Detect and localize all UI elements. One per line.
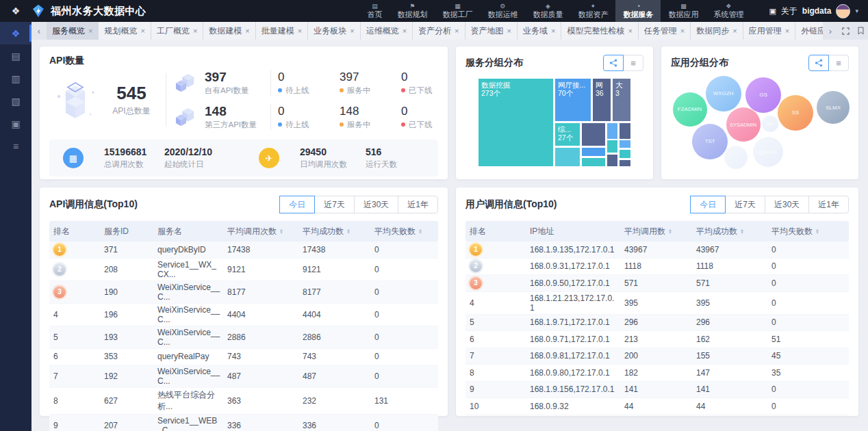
topnav-item[interactable]: ◔ 数据服务 — [615, 0, 661, 22]
column-header[interactable]: 服务ID ▲▼ — [100, 226, 153, 237]
tab-close-icon[interactable]: × — [298, 27, 302, 35]
treemap-block[interactable]: 大 3 — [612, 78, 631, 122]
username[interactable]: bigdata — [802, 6, 832, 16]
bubble[interactable]: TST — [692, 124, 728, 159]
tab-close-icon[interactable]: × — [628, 27, 632, 35]
treemap-block[interactable] — [581, 122, 606, 146]
sort-icon[interactable]: ▲▼ — [668, 228, 672, 235]
treemap-block[interactable] — [619, 140, 631, 148]
tab-close-icon[interactable]: × — [732, 27, 737, 35]
about-link[interactable]: 关于 — [781, 5, 797, 17]
column-header[interactable]: 平均失败数 ▲▼ — [767, 226, 849, 237]
treemap-block[interactable] — [581, 157, 606, 167]
bubble[interactable]: QSWGK — [753, 137, 783, 167]
tab-close-icon[interactable]: × — [140, 27, 144, 35]
bubble[interactable]: SLMX — [817, 91, 850, 124]
chart-view-button[interactable] — [603, 55, 624, 71]
treemap-block[interactable] — [607, 154, 618, 168]
list-view-button[interactable]: ≡ — [828, 55, 849, 71]
tab[interactable]: 批量建模 × — [256, 22, 308, 40]
treemap-block[interactable]: 数据挖掘 273个 — [478, 78, 554, 167]
tab-close-icon[interactable]: × — [193, 27, 197, 35]
tabs-scroll-right-icon[interactable]: › — [823, 22, 838, 40]
time-filter-button[interactable]: 近7天 — [314, 196, 355, 213]
fullscreen-icon[interactable] — [838, 22, 853, 40]
treemap-block[interactable] — [619, 159, 631, 167]
time-filter-button[interactable]: 近1年 — [398, 196, 438, 213]
tab[interactable]: 工厂概览 × — [151, 22, 203, 40]
tab-close-icon[interactable]: × — [88, 27, 92, 35]
tab-close-icon[interactable]: × — [785, 27, 789, 35]
treemap-block[interactable] — [619, 149, 631, 159]
column-header[interactable]: 排名 ▲▼ — [49, 226, 100, 237]
tab[interactable]: 服务概览 × — [47, 22, 99, 40]
sort-icon[interactable]: ▲▼ — [418, 228, 422, 235]
treemap-block[interactable]: 网 36 — [592, 78, 611, 122]
tab-close-icon[interactable]: × — [507, 27, 511, 35]
tab-close-icon[interactable]: × — [403, 27, 407, 35]
treemap-block[interactable] — [619, 122, 631, 140]
app-grid-icon[interactable]: ❖ — [0, 5, 31, 16]
avatar[interactable] — [836, 4, 850, 18]
tab-close-icon[interactable]: × — [551, 27, 555, 35]
tab-close-icon[interactable]: × — [350, 27, 354, 35]
tab[interactable]: 资产分析 × — [413, 22, 465, 40]
time-filter-button[interactable]: 近7天 — [725, 196, 765, 213]
sort-icon[interactable]: ▲▼ — [346, 228, 350, 235]
time-filter-button[interactable]: 今日 — [279, 196, 315, 213]
chart-view-button[interactable] — [808, 55, 829, 71]
sort-icon[interactable]: ▲▼ — [279, 228, 283, 235]
topnav-item[interactable]: ❖ 系统管理 — [706, 0, 751, 22]
treemap-block[interactable]: 网厅接... 70个 — [554, 78, 591, 122]
bubble[interactable] — [724, 146, 748, 169]
tab[interactable]: 资产地图 × — [465, 22, 518, 40]
column-header[interactable]: 排名 ▲▼ — [465, 226, 526, 237]
sidebar-item[interactable]: ▤ — [0, 44, 31, 67]
about-icon[interactable]: ▣ — [769, 7, 776, 16]
time-filter-button[interactable]: 近30天 — [354, 196, 398, 213]
sort-icon[interactable]: ▲▼ — [740, 228, 744, 235]
sort-icon[interactable]: ▲▼ — [815, 228, 819, 235]
sidebar-item[interactable]: ❖ — [0, 22, 31, 44]
time-filter-button[interactable]: 近1年 — [808, 196, 849, 213]
bubble[interactable]: FZADMIN — [673, 92, 707, 127]
time-filter-button[interactable]: 今日 — [690, 196, 726, 213]
tab[interactable]: 模型完整性检核 × — [561, 22, 638, 40]
topnav-item[interactable]: ▩ 数据应用 — [661, 0, 706, 22]
topnav-item[interactable]: ▤ 首页 — [359, 0, 390, 22]
column-header[interactable]: IP地址 ▲▼ — [526, 226, 620, 237]
tab-close-icon[interactable]: × — [455, 27, 459, 35]
user-menu-caret-icon[interactable]: ▾ — [855, 8, 858, 14]
sidebar-item[interactable]: ▣ — [0, 112, 31, 135]
tab[interactable]: 运维概览 × — [361, 22, 413, 40]
treemap-block[interactable] — [607, 140, 618, 153]
tab[interactable]: 应用管理 × — [743, 22, 795, 40]
bubble[interactable]: SYSADMIN — [726, 107, 761, 142]
column-header[interactable]: 服务名 ▲▼ — [153, 226, 223, 237]
column-header[interactable]: 平均失败数 ▲▼ — [370, 226, 438, 237]
bubble[interactable]: WXGZH — [706, 76, 741, 112]
column-header[interactable]: 平均调用数 ▲▼ — [620, 226, 692, 237]
sidebar-item[interactable]: ▥ — [0, 67, 31, 90]
treemap-block[interactable] — [607, 122, 618, 140]
topnav-item[interactable]: ✦ 数据资产 — [570, 0, 615, 22]
topnav-item[interactable]: ⚑ 数据规划 — [390, 0, 435, 22]
topnav-item[interactable]: ▦ 数据工厂 — [435, 0, 480, 22]
tab[interactable]: 任务管理 × — [639, 22, 691, 40]
column-header[interactable]: 平均成功数 ▲▼ — [692, 226, 767, 237]
time-filter-button[interactable]: 近30天 — [765, 196, 809, 213]
treemap-block[interactable]: 综... 27个 — [554, 122, 580, 146]
tab[interactable]: 数据建模 × — [203, 22, 255, 40]
tabs-scroll-left-icon[interactable]: ‹ — [31, 22, 47, 40]
tab-close-icon[interactable]: × — [680, 27, 685, 35]
sidebar-item[interactable]: ▧ — [0, 90, 31, 112]
treemap-block[interactable] — [581, 147, 606, 157]
column-header[interactable]: 平均成功数 ▲▼ — [298, 226, 370, 237]
bookmark-icon[interactable] — [853, 22, 868, 40]
bubble[interactable]: JMY — [762, 116, 778, 132]
list-view-button[interactable]: ≡ — [623, 55, 643, 71]
tab[interactable]: 业务域 × — [518, 22, 561, 40]
topnav-item[interactable]: ⚙ 数据运维 — [480, 0, 525, 22]
tab[interactable]: 外链应用 × — [795, 22, 823, 40]
treemap-block[interactable] — [554, 147, 580, 167]
